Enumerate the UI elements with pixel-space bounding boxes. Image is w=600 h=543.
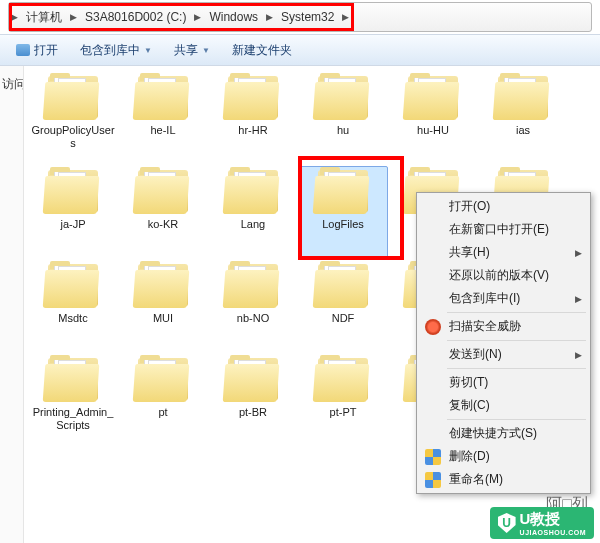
folder-item[interactable]: nb-NO bbox=[208, 260, 298, 352]
context-item-label: 复制(C) bbox=[449, 397, 490, 414]
folder-label: Lang bbox=[241, 218, 265, 231]
chevron-right-icon: ▶ bbox=[68, 12, 79, 22]
folder-item[interactable]: Lang bbox=[208, 166, 298, 258]
folder-item[interactable]: hr-HR bbox=[208, 72, 298, 164]
watermark-sub: UJIAOSHOU.COM bbox=[520, 529, 586, 536]
new-folder-label: 新建文件夹 bbox=[232, 42, 292, 59]
breadcrumb-item[interactable]: Windows bbox=[203, 3, 264, 31]
open-button[interactable]: 打开 bbox=[6, 38, 68, 63]
folder-item[interactable]: MUI bbox=[118, 260, 208, 352]
folder-item[interactable]: pt-BR bbox=[208, 354, 298, 446]
folder-label: NDF bbox=[332, 312, 355, 325]
chevron-right-icon: ▶ bbox=[575, 350, 582, 360]
context-separator bbox=[447, 419, 586, 420]
context-item-label: 打开(O) bbox=[449, 198, 490, 215]
context-menu-item[interactable]: 重命名(M) bbox=[419, 468, 588, 491]
context-item-label: 重命名(M) bbox=[449, 471, 503, 488]
sidebar[interactable]: 访问的位置 bbox=[0, 66, 24, 543]
context-menu-item[interactable]: 在新窗口中打开(E) bbox=[419, 218, 588, 241]
context-menu-item[interactable]: 打开(O) bbox=[419, 195, 588, 218]
folder-icon bbox=[134, 262, 192, 310]
folder-icon bbox=[224, 74, 282, 122]
folder-icon bbox=[404, 74, 462, 122]
folder-label: LogFiles bbox=[322, 218, 364, 231]
include-library-button[interactable]: 包含到库中 ▼ bbox=[70, 38, 162, 63]
folder-icon bbox=[314, 168, 372, 216]
context-item-label: 删除(D) bbox=[449, 448, 490, 465]
new-folder-button[interactable]: 新建文件夹 bbox=[222, 38, 302, 63]
folder-icon bbox=[134, 168, 192, 216]
chevron-right-icon: ▶ bbox=[340, 12, 351, 22]
context-item-label: 创建快捷方式(S) bbox=[449, 425, 537, 442]
folder-icon bbox=[44, 168, 102, 216]
context-menu-item[interactable]: 删除(D) bbox=[419, 445, 588, 468]
folder-item[interactable]: NDF bbox=[298, 260, 388, 352]
folder-icon bbox=[134, 356, 192, 404]
chevron-right-icon: ▶ bbox=[264, 12, 275, 22]
folder-item[interactable]: pt bbox=[118, 354, 208, 446]
folder-item[interactable]: pt-PT bbox=[298, 354, 388, 446]
folder-icon bbox=[224, 262, 282, 310]
folder-label: Printing_Admin_Scripts bbox=[30, 406, 116, 431]
breadcrumb-item[interactable]: System32 bbox=[275, 3, 340, 31]
share-label: 共享 bbox=[174, 42, 198, 59]
toolbar: 打开 包含到库中 ▼ 共享 ▼ 新建文件夹 bbox=[0, 34, 600, 66]
sidebar-item[interactable]: 访问的位置 bbox=[0, 72, 23, 97]
context-menu[interactable]: 打开(O)在新窗口中打开(E)共享(H)▶还原以前的版本(V)包含到库中(I)▶… bbox=[416, 192, 591, 494]
folder-item[interactable]: GroupPolicyUsers bbox=[28, 72, 118, 164]
breadcrumb-item[interactable]: 计算机 bbox=[20, 3, 68, 31]
context-menu-item[interactable]: 复制(C) bbox=[419, 394, 588, 417]
folder-icon bbox=[134, 74, 192, 122]
breadcrumb-bar[interactable]: ▶ 计算机 ▶ S3A8016D002 (C:) ▶ Windows ▶ Sys… bbox=[8, 2, 592, 32]
context-menu-item[interactable]: 创建快捷方式(S) bbox=[419, 422, 588, 445]
folder-item[interactable]: hu-HU bbox=[388, 72, 478, 164]
context-item-label: 包含到库中(I) bbox=[449, 290, 520, 307]
folder-item[interactable]: ko-KR bbox=[118, 166, 208, 258]
open-icon bbox=[16, 44, 30, 56]
folder-item[interactable]: Msdtc bbox=[28, 260, 118, 352]
folder-icon bbox=[44, 356, 102, 404]
folder-label: he-IL bbox=[150, 124, 175, 137]
scan-icon bbox=[425, 319, 441, 335]
folder-item[interactable]: LogFiles bbox=[298, 166, 388, 258]
context-menu-item[interactable]: 发送到(N)▶ bbox=[419, 343, 588, 366]
context-menu-item[interactable]: 共享(H)▶ bbox=[419, 241, 588, 264]
folder-item[interactable]: Printing_Admin_Scripts bbox=[28, 354, 118, 446]
context-item-label: 扫描安全威胁 bbox=[449, 318, 521, 335]
chevron-right-icon: ▶ bbox=[192, 12, 203, 22]
folder-icon bbox=[314, 262, 372, 310]
folder-label: pt-PT bbox=[330, 406, 357, 419]
context-separator bbox=[447, 312, 586, 313]
folder-icon bbox=[224, 168, 282, 216]
include-label: 包含到库中 bbox=[80, 42, 140, 59]
context-menu-item[interactable]: 扫描安全威胁 bbox=[419, 315, 588, 338]
context-separator bbox=[447, 340, 586, 341]
shield-icon: U bbox=[498, 513, 516, 533]
breadcrumb-item[interactable]: S3A8016D002 (C:) bbox=[79, 3, 192, 31]
context-item-label: 还原以前的版本(V) bbox=[449, 267, 549, 284]
open-label: 打开 bbox=[34, 42, 58, 59]
folder-item[interactable]: ias bbox=[478, 72, 568, 164]
folder-item[interactable]: he-IL bbox=[118, 72, 208, 164]
context-menu-item[interactable]: 还原以前的版本(V) bbox=[419, 264, 588, 287]
share-button[interactable]: 共享 ▼ bbox=[164, 38, 220, 63]
folder-icon bbox=[44, 74, 102, 122]
folder-item[interactable]: ja-JP bbox=[28, 166, 118, 258]
folder-item[interactable]: hu bbox=[298, 72, 388, 164]
folder-label: nb-NO bbox=[237, 312, 269, 325]
watermark-brand: U教授 bbox=[520, 510, 586, 529]
context-item-label: 共享(H) bbox=[449, 244, 490, 261]
folder-label: ko-KR bbox=[148, 218, 179, 231]
folder-icon bbox=[494, 74, 552, 122]
folder-label: ja-JP bbox=[60, 218, 85, 231]
context-item-label: 发送到(N) bbox=[449, 346, 502, 363]
folder-label: pt-BR bbox=[239, 406, 267, 419]
context-item-label: 剪切(T) bbox=[449, 374, 488, 391]
folder-icon bbox=[314, 356, 372, 404]
context-item-label: 在新窗口中打开(E) bbox=[449, 221, 549, 238]
folder-label: hu bbox=[337, 124, 349, 137]
chevron-right-icon: ▶ bbox=[575, 294, 582, 304]
chevron-down-icon: ▼ bbox=[144, 46, 152, 55]
context-menu-item[interactable]: 包含到库中(I)▶ bbox=[419, 287, 588, 310]
context-menu-item[interactable]: 剪切(T) bbox=[419, 371, 588, 394]
